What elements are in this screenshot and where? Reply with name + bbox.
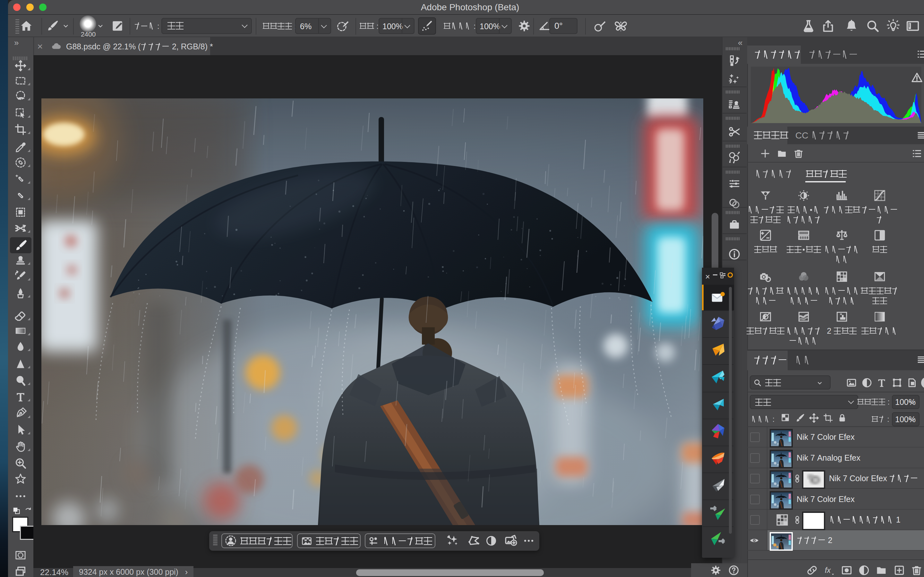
svg-text:fx: fx [825,566,831,574]
